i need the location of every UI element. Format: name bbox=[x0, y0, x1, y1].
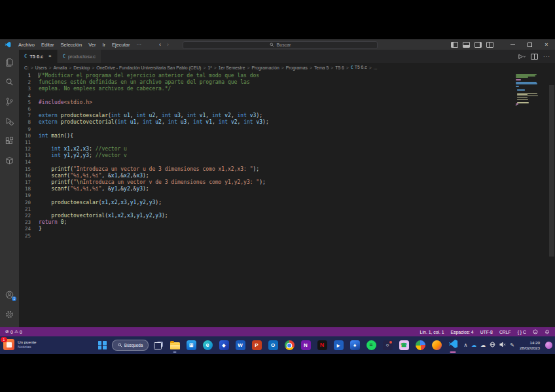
split-editor-icon[interactable] bbox=[531, 54, 538, 60]
close-tab-icon[interactable]: × bbox=[48, 54, 52, 59]
widget-headline: Un puente bbox=[18, 340, 37, 345]
taskbar-microsoft-365[interactable]: ◆ bbox=[217, 338, 231, 353]
account-icon[interactable]: 1 bbox=[0, 285, 19, 304]
explorer-icon[interactable] bbox=[0, 52, 19, 72]
breadcrumb-item[interactable]: CT5 6.c bbox=[351, 65, 367, 70]
network-icon[interactable] bbox=[490, 342, 495, 349]
taskbar-solitaire[interactable]: ♠ bbox=[348, 338, 362, 353]
editor-scrollbar[interactable] bbox=[549, 85, 554, 257]
code-line: 7extern productoescalar(int u1, int u2, … bbox=[19, 113, 513, 119]
breadcrumb-item[interactable]: C: bbox=[24, 65, 29, 70]
breadcrumb-separator: > bbox=[214, 65, 217, 70]
taskbar-whatsapp[interactable]: ☎ bbox=[397, 338, 411, 353]
settings-gear-icon[interactable] bbox=[0, 304, 19, 324]
more-actions-icon[interactable]: ··· bbox=[543, 54, 550, 60]
tab-productosv.c[interactable]: Cproductosv.c bbox=[58, 50, 101, 63]
breadcrumb-item[interactable]: Users bbox=[35, 65, 47, 70]
menu-item-ver[interactable]: Ver bbox=[85, 42, 99, 48]
breadcrumb-separator: > bbox=[49, 65, 52, 70]
problems-indicator[interactable]: ⊘ 0 ⚠ 0 bbox=[5, 329, 22, 334]
taskbar-search[interactable]: Búsqueda bbox=[111, 338, 149, 353]
c-file-icon: C bbox=[63, 54, 65, 59]
tab-T5 6.c[interactable]: CT5 6.c× bbox=[19, 50, 57, 63]
package-icon[interactable] bbox=[0, 151, 19, 170]
breadcrumb-item[interactable]: Programas bbox=[286, 65, 308, 70]
taskbar-films-tv[interactable]: ▶ bbox=[331, 338, 346, 353]
breadcrumb-item[interactable]: 1er Semestre bbox=[219, 65, 245, 70]
taskbar-outlook[interactable]: O bbox=[266, 338, 280, 353]
taskbar-clock[interactable]: ○ bbox=[380, 338, 395, 353]
clock[interactable]: 14:2028/02/2023 bbox=[520, 340, 540, 350]
minimize-button[interactable] bbox=[504, 39, 521, 50]
back-icon[interactable]: ‹ bbox=[159, 41, 161, 48]
minimap-line bbox=[516, 79, 521, 80]
command-center-search[interactable]: Buscar bbox=[183, 41, 378, 49]
notifications-bell-icon[interactable] bbox=[545, 329, 550, 334]
indentation[interactable]: Espacios: 4 bbox=[450, 330, 473, 334]
taskbar-start[interactable] bbox=[95, 338, 109, 353]
taskbar-firefox[interactable] bbox=[429, 338, 444, 353]
taskbar-microsoft-store[interactable]: ⊞ bbox=[184, 338, 198, 353]
line-number: 1 bbox=[19, 73, 31, 79]
clock-icon: ○ bbox=[383, 340, 393, 350]
breadcrumb-item[interactable]: Tema 5 bbox=[314, 65, 329, 70]
customize-layout-icon[interactable] bbox=[486, 42, 493, 48]
breadcrumb-item[interactable]: OneDrive - Fundación Universitaria San P… bbox=[96, 65, 201, 70]
line-number: 15 bbox=[19, 166, 31, 173]
forward-icon[interactable]: › bbox=[167, 41, 169, 48]
encoding[interactable]: UTF-8 bbox=[480, 330, 493, 334]
run-debug-icon[interactable] bbox=[0, 111, 19, 131]
toggle-secondary-sidebar-icon[interactable] bbox=[474, 42, 482, 48]
breadcrumb-item[interactable]: Programación bbox=[251, 65, 279, 70]
volume-muted-icon[interactable] bbox=[499, 342, 506, 349]
language-mode[interactable]: { } C bbox=[518, 330, 526, 334]
toggle-sidebar-icon[interactable] bbox=[451, 42, 458, 48]
menu-item-ejecutar[interactable]: Ejecutar bbox=[109, 42, 134, 48]
breadcrumb-item[interactable]: T5 6 bbox=[335, 65, 344, 70]
breadcrumb-item[interactable]: 1º bbox=[207, 65, 211, 70]
pen-icon[interactable]: ✎ bbox=[510, 342, 514, 349]
source-control-icon[interactable] bbox=[0, 92, 19, 111]
notification-center-icon[interactable] bbox=[545, 342, 552, 349]
taskbar-visual-studio-code[interactable] bbox=[446, 338, 460, 353]
solitaire-icon: ♠ bbox=[350, 340, 360, 350]
taskbar-netflix[interactable]: N bbox=[315, 338, 329, 353]
widgets-button[interactable]: 1 Un puente Noticias bbox=[3, 339, 37, 350]
onedrive-icon[interactable]: ☁ bbox=[471, 342, 476, 349]
breadcrumb-separator: > bbox=[203, 65, 206, 70]
run-file-icon[interactable] bbox=[518, 54, 526, 60]
breadcrumb-item[interactable]: Amalia bbox=[54, 65, 67, 70]
taskbar-word[interactable]: W bbox=[233, 338, 247, 353]
code-line: 6 bbox=[19, 106, 513, 113]
taskbar-onenote[interactable]: N bbox=[298, 338, 313, 353]
menu-item-archivo[interactable]: Archivo bbox=[15, 42, 38, 48]
extensions-icon[interactable] bbox=[0, 131, 19, 151]
breadcrumb-item[interactable]: ... bbox=[374, 65, 378, 70]
breadcrumb-item[interactable]: Desktop bbox=[73, 65, 90, 70]
taskbar-chrome[interactable] bbox=[282, 338, 296, 353]
taskbar-photos[interactable] bbox=[413, 338, 427, 353]
menu-item-ir[interactable]: Ir bbox=[99, 42, 109, 48]
c-file-icon: C bbox=[351, 65, 353, 70]
menu-item-selección[interactable]: Selección bbox=[58, 42, 86, 48]
eol-sequence[interactable]: CRLF bbox=[499, 330, 511, 334]
taskbar-spotify[interactable]: ≡ bbox=[364, 338, 378, 353]
cursor-position[interactable]: Lín. 1, col. 1 bbox=[420, 330, 444, 334]
code-line: 9 bbox=[19, 126, 513, 133]
feedback-icon[interactable] bbox=[533, 329, 538, 334]
toggle-panel-icon[interactable] bbox=[463, 42, 470, 48]
taskbar-file-explorer[interactable] bbox=[168, 338, 182, 353]
hidden-icons-chevron[interactable]: ∧ bbox=[463, 342, 467, 349]
minimap-line bbox=[516, 77, 528, 78]
onedrive-personal-icon[interactable]: ☁ bbox=[480, 342, 486, 349]
code-line: 3emplea. No emplees archivos de cabecera… bbox=[19, 86, 513, 92]
menu-item-editar[interactable]: Editar bbox=[38, 42, 58, 48]
search-sidebar-icon[interactable] bbox=[0, 72, 19, 92]
close-button[interactable]: × bbox=[538, 39, 555, 50]
code-editor[interactable]: 1/*Modificar el programa del ejercicio a… bbox=[19, 72, 555, 327]
taskbar-edge[interactable]: e bbox=[200, 338, 215, 353]
menu-item-[interactable]: ··· bbox=[134, 42, 145, 48]
taskbar-task-view[interactable] bbox=[151, 338, 166, 353]
restore-button[interactable] bbox=[521, 39, 538, 50]
taskbar-powerpoint[interactable]: P bbox=[249, 338, 264, 353]
